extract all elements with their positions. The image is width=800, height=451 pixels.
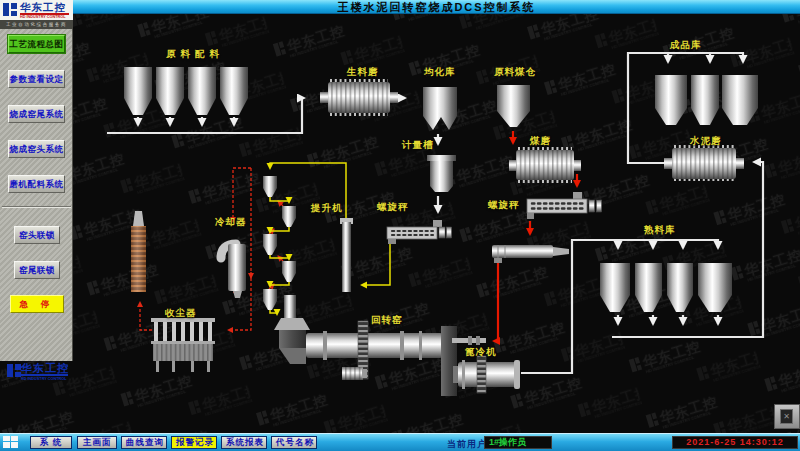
label-screw-scale-left: 螺旋秤 [377,201,409,214]
raw-batching-silos [124,67,248,115]
taskbar-button-code-names[interactable]: 代号名称 [271,436,317,449]
label-dust-collector: 收尘器 [165,307,197,320]
taskbar-button-trend-query[interactable]: 曲线查询 [121,436,167,449]
homogenizing-silo-vessel [423,87,457,130]
dcs-screen: 华东工控 HD INDUSTRY CONTROL 华东工控 HD INDUSTR… [0,0,800,451]
vendor-logo-header: 华东工控 HD INDUSTRY CONTROL [0,0,73,20]
vendor-logo-icon [7,363,22,378]
page-title: 王楼水泥回转窑烧成DCS控制系统 [73,0,800,14]
label-raw-coal-bunker: 原料煤仓 [494,66,536,79]
windows-start-icon[interactable] [3,436,19,449]
cement-mill-machine [664,147,744,180]
preheater-cyclones [263,176,296,319]
tray-close-icon[interactable]: ✕ [780,409,793,424]
grate-cooler-machine [453,356,520,393]
kiln-inlet-hood [274,318,310,364]
taskbar-button-system-report[interactable]: 系统报表 [221,436,267,449]
dust-collector-structure [151,318,215,372]
label-cement-mill: 水泥磨 [690,135,722,148]
sidebar-item-kiln-tail-interlock[interactable]: 窑尾联锁 [14,261,60,279]
sidebar-item-parameter-settings[interactable]: 参数查看设定 [8,70,65,88]
sidebar: 工艺流程总图 参数查看设定 烧成窑尾系统 烧成窑头系统 磨机配料系统 窑头联锁 … [0,29,73,361]
label-cooler: 冷却器 [215,216,247,229]
label-raw-batching: 原料配料 [166,48,224,61]
vendor-logo-subtitle: HD INDUSTRY CONTROL [21,377,67,381]
label-grate-cooler: 篦冷机 [465,346,497,359]
label-rotary-kiln: 回转窑 [371,314,403,327]
vendor-logo-icon [3,2,18,17]
label-raw-mill: 生料磨 [347,66,379,79]
label-clinker-silo: 熟料库 [644,224,676,237]
label-bucket-elevator: 提升机 [311,202,343,215]
taskbar-button-main-screen[interactable]: 主画面 [77,436,117,449]
vendor-logo-subtitle: HD INDUSTRY CONTROL [20,15,66,19]
label-screw-scale-right: 螺旋秤 [488,199,520,212]
label-coal-mill: 煤磨 [530,135,551,148]
coal-feeder-machine [492,245,569,263]
system-tray-panel[interactable]: ✕ [774,404,800,429]
current-user-label: 当前用户 [447,438,487,451]
raw-mill-machine [320,81,398,115]
vendor-logo-footer: 华东工控 HD INDUSTRY CONTROL [4,361,70,384]
screw-scale-right-machine [527,192,602,219]
label-product-silo: 成品库 [670,39,702,52]
current-user-value: 1#操作员 [484,436,552,449]
sidebar-item-mill-batching-system[interactable]: 磨机配料系统 [8,175,65,193]
clinker-silos [600,263,732,312]
label-homogenizing-silo: 均化库 [424,66,456,79]
sidebar-divider [2,206,71,208]
sidebar-item-kiln-head-system[interactable]: 烧成窑头系统 [8,140,65,158]
sidebar-item-kiln-head-interlock[interactable]: 窑头联锁 [14,226,60,244]
clock-display: 2021-6-25 14:30:12 [672,436,798,449]
label-metering-tank: 计量槽 [402,139,434,152]
sidebar-item-kiln-tail-system[interactable]: 烧成窑尾系统 [8,105,65,123]
vendor-slogan: 工业自动化综合服务商 [0,20,73,29]
gas-flow-dashed-lines [140,168,283,330]
screw-scale-left-machine [387,227,452,244]
bucket-elevator-structure [340,218,353,292]
taskbar-button-alarm-record[interactable]: 报警记录 [171,436,217,449]
logo-underline [21,374,68,376]
process-diagram [0,0,800,451]
rawmeal-flow-lines [270,163,390,314]
metering-tank-vessel [427,155,456,227]
emergency-stop-button[interactable]: 急 停 [10,295,64,313]
coal-mill-machine [509,149,581,182]
sidebar-item-process-overview[interactable]: 工艺流程总图 [8,35,65,53]
raw-coal-bunker-vessel [497,85,530,127]
product-silos [655,75,758,125]
chimney-stack [131,211,146,292]
cooler-vessel [221,244,246,298]
title-bar: 王楼水泥回转窑烧成DCS控制系统 [73,0,800,14]
taskbar: 系 统 主画面 曲线查询 报警记录 系统报表 代号名称 当前用户 1#操作员 2… [0,433,800,451]
taskbar-button-system[interactable]: 系 统 [30,436,72,449]
